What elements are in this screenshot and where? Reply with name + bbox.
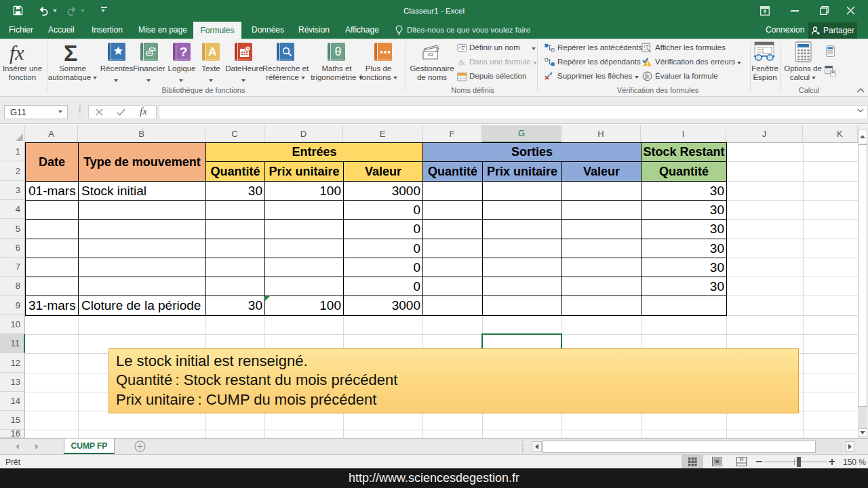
svg-text:fx: fx <box>645 73 650 80</box>
svg-text:fx: fx <box>460 59 465 66</box>
svg-text:15: 15 <box>643 43 648 48</box>
